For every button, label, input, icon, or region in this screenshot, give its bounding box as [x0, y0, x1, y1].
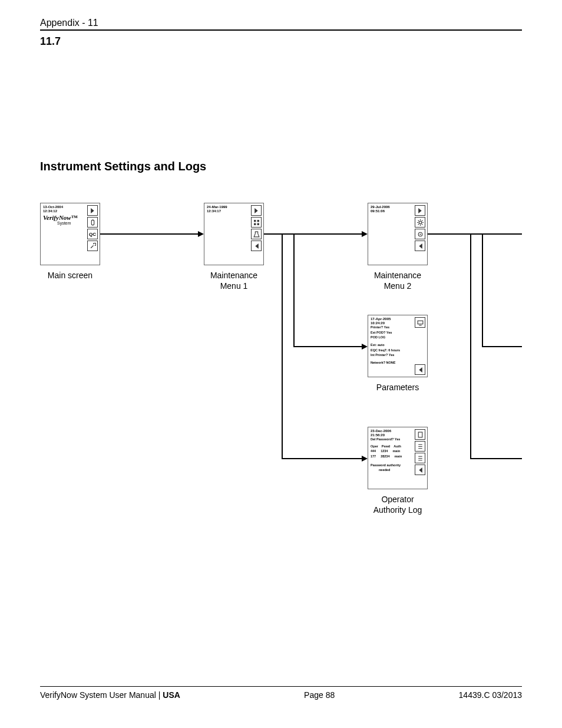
grid-icon	[251, 217, 262, 228]
parameters-box: 17-Apr-200510:24:20 Printer? Yes Ext POD…	[368, 315, 428, 377]
arrow	[282, 234, 283, 458]
list-icon	[415, 441, 425, 452]
list2-icon	[415, 453, 425, 463]
arrow	[100, 233, 198, 235]
svg-rect-0	[91, 220, 94, 225]
footer-left: VerifyNow System User Manual | USA	[40, 690, 180, 700]
back-icon	[415, 465, 425, 475]
page-footer: VerifyNow System User Manual | USA Page …	[40, 686, 522, 700]
back-icon	[415, 241, 425, 251]
arrow	[293, 346, 362, 347]
arrow	[482, 234, 483, 346]
maintenance-menu-1-box: 24-Mar-199912:34:17	[204, 203, 264, 265]
main-caption: Main screen	[40, 270, 105, 281]
next-icon	[87, 205, 98, 216]
icon-column	[415, 205, 425, 251]
arrow	[264, 233, 362, 235]
section-title: Instrument Settings and Logs	[40, 160, 522, 173]
arrow	[282, 458, 362, 459]
doc-icon	[415, 429, 425, 440]
appendix-label: Appendix - 11	[40, 18, 522, 28]
wrench-icon	[87, 241, 98, 251]
back-icon	[415, 364, 425, 375]
icon-column	[415, 429, 425, 475]
oplog-caption: Operator Authority Log	[362, 494, 433, 515]
section-number: 11.7	[40, 35, 522, 48]
arrow	[482, 346, 522, 347]
params-caption: Parameters	[362, 382, 433, 393]
arrow	[428, 233, 522, 235]
m1-caption: Maintenance Menu 1	[199, 270, 269, 291]
maintenance-menu-2-box: 29-Jul-200609:51:06	[368, 203, 428, 265]
qc-icon: QC	[87, 229, 98, 239]
arrow-head-icon	[198, 231, 204, 237]
gear-icon	[415, 229, 425, 239]
svg-rect-8	[418, 321, 423, 324]
svg-rect-2	[257, 220, 259, 222]
footer-page: Page 88	[304, 690, 335, 700]
footer-right: 14439.C 03/2013	[459, 690, 522, 700]
sun-icon	[415, 217, 425, 228]
next-icon	[415, 205, 425, 216]
tube-icon	[87, 217, 98, 228]
m2-caption: Maintenance Menu 2	[362, 270, 433, 291]
arrow	[470, 234, 471, 458]
monitor-icon	[415, 317, 425, 328]
arrow-head-icon	[362, 344, 368, 350]
next-icon	[251, 205, 262, 216]
arrow	[293, 234, 295, 346]
operator-log-box: 23-Dec-200621:56:20 Del Password? Yes Op…	[368, 427, 428, 489]
svg-rect-9	[418, 432, 422, 437]
svg-rect-1	[254, 220, 256, 222]
icon-column	[251, 205, 262, 251]
arrow-head-icon	[362, 231, 368, 237]
svg-point-5	[419, 221, 421, 223]
svg-rect-4	[257, 223, 259, 225]
beaker-icon	[251, 229, 262, 239]
flow-diagram: 13-Oct-200412:34:12 VerifyNow™ System QC…	[40, 203, 522, 568]
main-screen-box: 13-Oct-200412:34:12 VerifyNow™ System QC	[40, 203, 100, 265]
svg-rect-3	[254, 223, 256, 225]
svg-point-7	[419, 233, 421, 235]
arrow-head-icon	[362, 456, 368, 462]
back-icon	[251, 241, 262, 251]
arrow	[470, 458, 522, 459]
icon-column: QC	[87, 205, 98, 251]
